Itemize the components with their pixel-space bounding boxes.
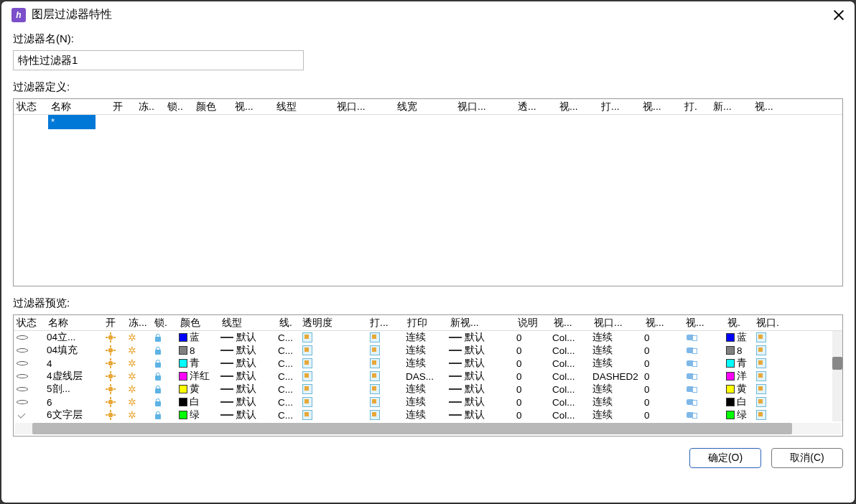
vp-icon [370, 332, 380, 342]
def-header-cell[interactable]: 透... [515, 99, 557, 115]
preview-label: 过滤器预览: [13, 297, 843, 310]
def-header-cell[interactable]: 冻.. [136, 99, 164, 115]
color-swatch [179, 398, 187, 406]
def-header-cell[interactable]: 视... [640, 99, 681, 115]
scroll-thumb[interactable] [832, 357, 842, 370]
prev-header-cell[interactable]: 冻... [126, 315, 152, 331]
prev-header-cell[interactable]: 线. [276, 315, 299, 331]
lock-icon [153, 371, 163, 381]
color-swatch [179, 333, 187, 342]
def-header-cell[interactable]: 视... [557, 99, 598, 115]
vp-icon [756, 345, 766, 355]
linetype-icon [220, 350, 233, 351]
prev-header-cell[interactable]: 名称 [45, 315, 103, 331]
def-header-cell[interactable]: 线型 [274, 99, 334, 115]
def-header-cell[interactable]: 锁.. [164, 99, 193, 115]
vp-icon [302, 332, 312, 342]
button-row: 确定(O) 取消(C) [13, 447, 843, 468]
color-swatch [726, 398, 735, 406]
def-header-cell[interactable]: 打. [681, 99, 710, 115]
prev-header-cell[interactable]: 视... [683, 315, 725, 331]
filter-name-input[interactable] [13, 50, 304, 70]
table-row[interactable]: 6✲白默认C...连续默认0Col...连续0白 [14, 396, 842, 409]
linetype-icon [449, 388, 462, 390]
linetype-icon [449, 350, 462, 351]
def-header-cell[interactable]: 视... [232, 99, 274, 115]
ok-button[interactable]: 确定(O) [689, 448, 761, 468]
preview-grid[interactable]: 状态名称开冻...锁.颜色线型线.透明度打...打印新视...说明视...视口.… [13, 314, 843, 437]
table-row[interactable]: 04填充✲8默认C...连续默认0Col...连续08 [14, 344, 842, 357]
filter-def-grid[interactable]: 状态名称开冻..锁..颜色视...线型视口...线宽视口...透...视...打… [13, 98, 843, 286]
vp-icon [370, 384, 380, 394]
on-icon [106, 410, 116, 420]
linetype-icon [449, 363, 462, 364]
layer-filter-dialog: h 图层过滤器特性 过滤器名(N): 过滤器定义: 状态名称开冻..锁..颜色视… [1, 1, 855, 503]
vp-icon [302, 397, 312, 407]
freeze-icon: ✲ [127, 358, 137, 368]
def-header-cell[interactable]: 名称 [48, 99, 110, 115]
vp-icon [370, 371, 380, 381]
prev-header-cell[interactable]: 新视... [447, 315, 515, 331]
layer-status-icon [17, 361, 28, 365]
horizontal-scrollbar[interactable] [15, 423, 841, 434]
table-row[interactable]: 5剖...✲黄默认C...连续默认0Col...连续0黄 [14, 383, 842, 396]
vp-icon [370, 397, 380, 407]
prev-header-cell[interactable]: 说明 [515, 315, 551, 331]
def-header-cell[interactable]: 视... [752, 99, 795, 115]
vertical-scrollbar[interactable] [832, 331, 842, 421]
def-header-cell[interactable]: 颜色 [193, 99, 232, 115]
def-empty-row[interactable] [14, 129, 842, 144]
layer-status-icon [17, 387, 28, 391]
prev-header-cell[interactable]: 打... [367, 315, 404, 331]
def-header-cell[interactable]: 新... [710, 99, 752, 115]
printer-icon [686, 372, 697, 381]
prev-header-cell[interactable]: 透明度 [299, 315, 367, 331]
cancel-button[interactable]: 取消(C) [771, 448, 843, 468]
def-header-cell[interactable]: 开 [110, 99, 136, 115]
prev-header-cell[interactable]: 视口... [591, 315, 643, 331]
prev-header-cell[interactable]: 颜色 [177, 315, 219, 331]
def-header-cell[interactable]: 打... [598, 99, 640, 115]
close-icon[interactable] [832, 9, 845, 22]
table-row[interactable]: 04立...✲蓝默认C...连续默认0Col...连续0蓝 [14, 331, 842, 344]
freeze-icon: ✲ [127, 410, 137, 420]
color-swatch [179, 385, 187, 393]
prev-header-cell[interactable]: 开 [103, 315, 126, 331]
freeze-icon: ✲ [127, 371, 137, 381]
prev-header-cell[interactable]: 打印 [404, 315, 447, 331]
prev-header-cell[interactable]: 视... [643, 315, 683, 331]
table-row[interactable]: 6文字层✲绿默认C...连续默认0Col...连续0绿 [14, 409, 842, 421]
prev-header-cell[interactable]: 线型 [219, 315, 276, 331]
def-body[interactable]: * [14, 115, 842, 287]
filter-name-label: 过滤器名(N): [13, 32, 843, 46]
linetype-icon [449, 375, 462, 377]
def-filter-cell[interactable]: * [48, 115, 96, 129]
lock-icon [153, 384, 163, 394]
prev-header-cell[interactable]: 视. [725, 315, 753, 331]
table-row[interactable]: 4虚线层✲洋红默认C...DAS...默认0Col...DASHED20洋 [14, 370, 842, 383]
linetype-icon [220, 401, 233, 403]
titlebar: h 图层过滤器特性 [1, 1, 855, 28]
prev-header-cell[interactable]: 视... [551, 315, 591, 331]
prev-header-cell[interactable]: 视口. [753, 315, 781, 331]
hscroll-thumb[interactable] [32, 423, 792, 434]
def-header-cell[interactable]: 视口... [334, 99, 394, 115]
prev-body[interactable]: 04立...✲蓝默认C...连续默认0Col...连续0蓝04填充✲8默认C..… [14, 331, 842, 421]
prev-header-cell[interactable]: 状态 [14, 315, 45, 331]
def-header-cell[interactable]: 线宽 [394, 99, 455, 115]
prev-header-cell[interactable]: 锁. [152, 315, 177, 331]
vp-icon [302, 371, 312, 381]
linetype-icon [449, 337, 462, 338]
freeze-icon: ✲ [127, 332, 137, 342]
table-row[interactable]: 4✲青默认C...连续默认0Col...连续0青 [14, 357, 842, 370]
layer-status-icon [17, 348, 28, 353]
vp-icon [756, 332, 766, 342]
def-header-cell[interactable]: 状态 [14, 99, 48, 115]
vp-icon [756, 410, 766, 420]
color-swatch [726, 411, 735, 419]
color-swatch [726, 333, 735, 342]
vp-icon [302, 358, 312, 368]
color-swatch [726, 346, 735, 355]
def-header-cell[interactable]: 视口... [455, 99, 515, 115]
check-icon [17, 411, 27, 419]
